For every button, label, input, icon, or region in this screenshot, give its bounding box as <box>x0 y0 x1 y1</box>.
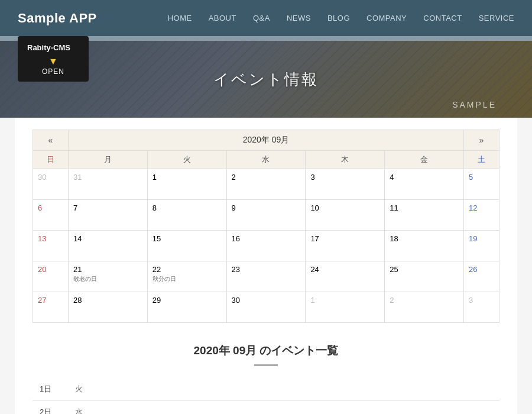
calendar-day-cell[interactable]: 7 <box>69 200 148 231</box>
nav-about[interactable]: ABOUT <box>209 14 236 22</box>
calendar-day-cell[interactable]: 20 <box>33 261 69 292</box>
event-list-item: 2日水 <box>33 401 499 415</box>
calendar-day-cell[interactable]: 21敬老の日 <box>69 261 148 292</box>
day-name-tue: 火 <box>147 151 226 169</box>
day-number: 19 <box>469 234 494 243</box>
calendar-day-cell[interactable]: 18 <box>385 231 464 261</box>
calendar-day-cell[interactable]: 15 <box>147 231 226 261</box>
cms-name-label: Rabity-CMS <box>27 43 79 52</box>
day-number: 9 <box>232 203 301 212</box>
day-number: 8 <box>153 203 222 212</box>
day-number: 21 <box>73 265 142 274</box>
day-number: 24 <box>310 265 379 274</box>
day-number: 20 <box>38 265 63 274</box>
calendar-table: « 2020年 09月 » 日 月 火 水 木 金 土 303112345678… <box>33 130 499 323</box>
day-number: 22 <box>153 265 222 274</box>
title-underline <box>254 364 278 366</box>
day-number: 4 <box>390 173 459 182</box>
calendar-day-cell[interactable]: 17 <box>306 231 385 261</box>
day-number: 2 <box>232 173 301 182</box>
day-number: 17 <box>310 234 379 243</box>
calendar-day-cell[interactable]: 27 <box>33 292 69 323</box>
calendar-day-cell[interactable]: 23 <box>226 261 306 292</box>
nav-contact[interactable]: CONTACT <box>423 14 462 22</box>
event-list-title: 2020年 09月 のイベント一覧 <box>33 343 499 358</box>
day-number: 25 <box>390 265 459 274</box>
calendar-day-cell[interactable]: 26 <box>464 261 499 292</box>
day-number: 14 <box>73 234 142 243</box>
hero-title: イベント情報 <box>213 69 319 90</box>
event-label: 秋分の日 <box>153 275 222 283</box>
day-number: 31 <box>73 173 142 182</box>
calendar-day-cell[interactable]: 1 <box>147 169 226 200</box>
calendar-day-cell[interactable]: 6 <box>33 200 69 231</box>
day-name-mon: 月 <box>69 151 148 169</box>
main-content: « 2020年 09月 » 日 月 火 水 木 金 土 303112345678… <box>15 118 517 414</box>
day-number: 1 <box>310 296 379 305</box>
day-number: 13 <box>38 234 63 243</box>
calendar-day-cell[interactable]: 22秋分の日 <box>147 261 226 292</box>
calendar-prev-button[interactable]: « <box>33 130 69 151</box>
day-name-wed: 水 <box>226 151 306 169</box>
day-name-thu: 木 <box>306 151 385 169</box>
calendar-next-button[interactable]: » <box>464 130 499 151</box>
calendar-day-cell[interactable]: 2 <box>226 169 306 200</box>
nav-company[interactable]: COMPANY <box>366 14 407 22</box>
calendar-day-cell[interactable]: 8 <box>147 200 226 231</box>
day-number: 10 <box>310 203 379 212</box>
calendar-day-cell[interactable]: 25 <box>385 261 464 292</box>
calendar-day-cell[interactable]: 19 <box>464 231 499 261</box>
calendar-month-title: 2020年 09月 <box>69 130 464 151</box>
calendar-day-cell[interactable]: 10 <box>306 200 385 231</box>
main-nav: HOME ABOUT Q&A NEWS BLOG COMPANY CONTACT… <box>168 14 514 22</box>
day-number: 7 <box>73 203 142 212</box>
calendar-day-cell[interactable]: 3 <box>306 169 385 200</box>
calendar-day-cell[interactable]: 5 <box>464 169 499 200</box>
event-date: 2日 <box>33 401 68 415</box>
calendar-day-cell[interactable]: 12 <box>464 200 499 231</box>
day-number: 1 <box>153 173 222 182</box>
day-number: 26 <box>469 265 494 274</box>
nav-home[interactable]: HOME <box>168 14 192 22</box>
header: Sample APP HOME ABOUT Q&A NEWS BLOG COMP… <box>0 0 532 36</box>
calendar-day-cell[interactable]: 13 <box>33 231 69 261</box>
calendar-day-cell[interactable]: 3 <box>464 292 499 323</box>
nav-blog[interactable]: BLOG <box>327 14 350 22</box>
cms-open-button[interactable]: ▼ OPEN <box>27 57 79 76</box>
calendar-day-cell[interactable]: 30 <box>33 169 69 200</box>
day-number: 30 <box>38 173 63 182</box>
open-label: OPEN <box>42 67 64 76</box>
calendar-day-cell[interactable]: 2 <box>385 292 464 323</box>
calendar-wrapper: « 2020年 09月 » 日 月 火 水 木 金 土 303112345678… <box>15 118 517 329</box>
calendar-day-cell[interactable]: 29 <box>147 292 226 323</box>
nav-service[interactable]: SERVICE <box>479 14 514 22</box>
nav-news[interactable]: NEWS <box>287 14 311 22</box>
day-number: 3 <box>469 296 494 305</box>
event-weekday: 火 <box>68 378 92 401</box>
calendar-day-cell[interactable]: 9 <box>226 200 306 231</box>
day-number: 30 <box>232 296 301 305</box>
nav-qa[interactable]: Q&A <box>253 14 270 22</box>
event-label: 敬老の日 <box>73 275 142 283</box>
event-date: 1日 <box>33 378 68 401</box>
event-list-body: 1日火2日水3日木4日金 <box>33 378 499 414</box>
calendar-header: « 2020年 09月 » <box>33 130 499 151</box>
app-logo: Sample APP <box>18 11 97 26</box>
calendar-day-cell[interactable]: 1 <box>306 292 385 323</box>
calendar-day-cell[interactable]: 28 <box>69 292 148 323</box>
day-name-sun: 日 <box>33 151 69 169</box>
calendar-day-cell[interactable]: 4 <box>385 169 464 200</box>
calendar-day-cell[interactable]: 14 <box>69 231 148 261</box>
day-number: 6 <box>38 203 63 212</box>
calendar-day-cell[interactable]: 11 <box>385 200 464 231</box>
calendar-day-cell[interactable]: 30 <box>226 292 306 323</box>
day-number: 5 <box>469 173 494 182</box>
calendar-day-cell[interactable]: 16 <box>226 231 306 261</box>
day-number: 29 <box>153 296 222 305</box>
day-number: 11 <box>390 203 459 212</box>
calendar-body: 3031123456789101112131415161718192021敬老の… <box>33 169 499 323</box>
day-number: 16 <box>232 234 301 243</box>
calendar-day-cell[interactable]: 24 <box>306 261 385 292</box>
day-number: 3 <box>310 173 379 182</box>
calendar-day-cell[interactable]: 31 <box>69 169 148 200</box>
